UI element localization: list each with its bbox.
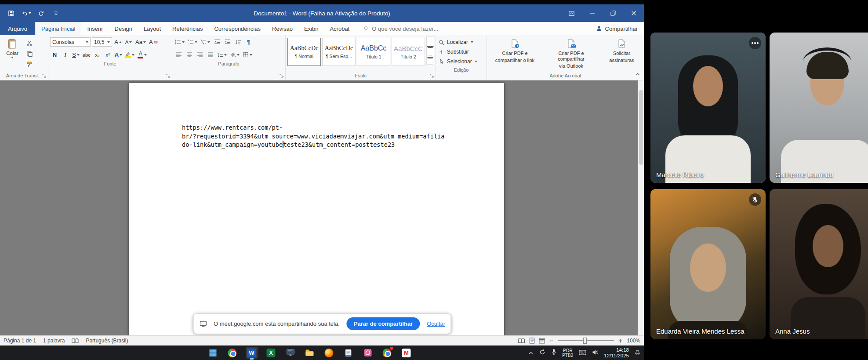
align-left-button[interactable] [174, 50, 183, 59]
document-page[interactable]: https://www.rentcars.com/pt-br/?requesto… [129, 83, 504, 335]
participant-tile-anna[interactable]: Anna Jesus [770, 189, 868, 339]
language-indicator[interactable]: Português (Brasil) [86, 338, 128, 344]
styles-more-button[interactable] [427, 55, 434, 65]
participant-tile-eduarda[interactable]: Eduarda Vieira Mendes Lessa [650, 189, 766, 339]
clear-formatting-button[interactable]: A [148, 37, 159, 47]
gmail-icon[interactable]: M [400, 347, 412, 359]
create-pdf-share-link-button[interactable]: Criar PDF e compartilhar o link [489, 36, 541, 63]
tab-revisao[interactable]: Revisão [266, 22, 298, 35]
style-heading2[interactable]: AaBbCcC Título 2 [392, 38, 425, 66]
zoom-out-button[interactable] [549, 338, 554, 343]
page-indicator[interactable]: Página 1 de 1 [4, 338, 36, 344]
participant-tile-guilherme[interactable]: Guilherme Laurindo [770, 33, 868, 183]
close-button[interactable] [623, 4, 644, 22]
redo-button[interactable] [34, 7, 47, 20]
tab-layout[interactable]: Layout [138, 22, 167, 35]
chrome-meet-icon[interactable] [381, 347, 393, 359]
ribbon-display-options-button[interactable] [561, 4, 582, 22]
tell-me-box[interactable]: O que você deseja fazer... [363, 22, 438, 35]
tab-pagina-inicial[interactable]: Página Inicial [35, 22, 81, 35]
style-no-spacing[interactable]: AaBbCcDc ¶ Sem Esp... [322, 38, 356, 66]
collapse-ribbon-button[interactable] [635, 70, 640, 78]
zoom-slider[interactable] [558, 340, 614, 341]
decrease-indent-button[interactable] [212, 37, 222, 47]
styles-scroll-up-button[interactable] [427, 37, 434, 46]
style-heading1[interactable]: AaBbCc Título 1 [357, 38, 390, 66]
word-taskbar-icon[interactable]: W [246, 347, 258, 359]
text-effects-button[interactable]: A [114, 50, 123, 59]
stop-sharing-button[interactable]: Parar de compartilhar [347, 317, 420, 330]
system-monitor-icon[interactable] [284, 347, 296, 359]
tile-options-button[interactable] [749, 37, 761, 49]
tab-inserir[interactable]: Inserir [81, 22, 109, 35]
shading-button[interactable] [229, 50, 240, 59]
firefox-icon[interactable] [323, 347, 335, 359]
cut-button[interactable] [25, 38, 34, 47]
replace-button[interactable]: Substituir [438, 47, 485, 57]
start-button[interactable] [207, 347, 219, 359]
bullets-button[interactable] [174, 37, 185, 47]
microphone-in-use-icon[interactable] [551, 349, 556, 357]
tab-exibir[interactable]: Exibir [298, 22, 324, 35]
format-painter-button[interactable] [25, 59, 34, 69]
tab-design[interactable]: Design [109, 22, 138, 35]
chrome-icon[interactable] [226, 347, 238, 359]
line-spacing-button[interactable] [216, 50, 228, 59]
paste-button[interactable]: Colar [2, 36, 23, 58]
highlight-color-button[interactable] [124, 50, 135, 59]
font-dialog-launcher[interactable] [166, 73, 171, 79]
web-layout-button[interactable] [539, 338, 545, 344]
justify-button[interactable] [206, 50, 215, 59]
word-count[interactable]: 1 palavra [43, 338, 65, 344]
italic-button[interactable]: I [61, 50, 70, 59]
show-paragraph-marks-button[interactable]: ¶ [244, 37, 253, 47]
save-button[interactable] [4, 7, 18, 20]
print-layout-button[interactable] [529, 338, 535, 344]
document-text[interactable]: https://www.rentcars.com/pt-br/?requesto… [182, 124, 444, 149]
select-button[interactable]: Selecionar [438, 57, 485, 66]
clipboard-dialog-launcher[interactable] [42, 73, 47, 79]
volume-button[interactable] [592, 349, 598, 357]
notepad-icon[interactable] [342, 347, 354, 359]
request-signatures-button[interactable]: Solicitar assinaturas [602, 36, 642, 63]
clock[interactable]: 14:18 12/11/2025 [604, 347, 629, 358]
font-size-combo[interactable]: 10,5 [92, 37, 112, 47]
copy-button[interactable] [25, 49, 34, 58]
zoom-in-button[interactable] [618, 338, 623, 343]
bold-button[interactable]: N [50, 50, 59, 59]
share-button[interactable]: Compartilhar [596, 22, 638, 35]
multilevel-list-button[interactable] [200, 37, 211, 47]
increase-indent-button[interactable] [223, 37, 232, 47]
vertical-scrollbar[interactable] [638, 80, 644, 335]
restore-button[interactable] [603, 4, 623, 22]
minimize-button[interactable] [582, 4, 603, 22]
grow-font-button[interactable]: A [113, 37, 123, 47]
shrink-font-button[interactable]: A [124, 37, 133, 47]
sort-button[interactable] [233, 37, 243, 47]
update-status-icon[interactable] [539, 349, 545, 357]
file-explorer-icon[interactable] [304, 347, 316, 359]
change-case-button[interactable]: Aa [134, 37, 147, 47]
scrollbar-thumb[interactable] [639, 90, 643, 165]
numbering-button[interactable] [187, 37, 198, 47]
photos-icon[interactable] [362, 347, 374, 359]
superscript-button[interactable]: x² [103, 50, 113, 59]
participant-tile-marcelle[interactable]: Marcelle Ribeiro [650, 33, 766, 183]
align-center-button[interactable] [185, 50, 194, 59]
style-normal[interactable]: AaBbCcDc ¶ Normal [287, 38, 321, 66]
undo-button[interactable] [19, 7, 33, 20]
find-button[interactable]: Localizar [438, 37, 485, 47]
strikethrough-button[interactable]: abc [82, 50, 91, 59]
proofing-icon[interactable] [72, 338, 79, 344]
language-switcher[interactable]: POR PTB2 [562, 348, 573, 358]
touch-keyboard-button[interactable] [579, 349, 586, 357]
tray-overflow-button[interactable] [528, 349, 534, 357]
underline-button[interactable]: S [71, 50, 80, 59]
styles-scroll-down-button[interactable] [427, 46, 434, 55]
tab-arquivo[interactable]: Arquivo [0, 22, 35, 35]
font-color-button[interactable]: A [137, 50, 148, 59]
borders-button[interactable] [242, 50, 253, 59]
paragraph-dialog-launcher[interactable] [279, 73, 284, 79]
tab-correspondencias[interactable]: Correspondências [208, 22, 266, 35]
read-mode-button[interactable] [518, 338, 525, 344]
